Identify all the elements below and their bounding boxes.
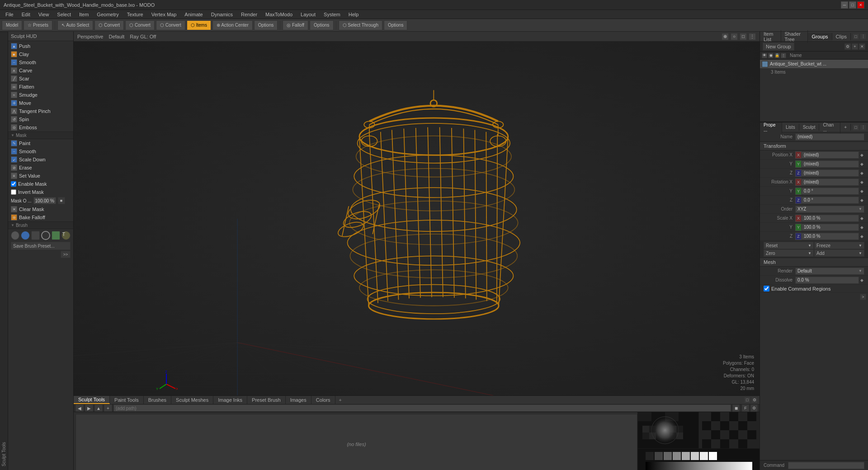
options-button-2[interactable]: Options (310, 20, 333, 30)
tool-smooth-2[interactable]: ~ Smooth (8, 147, 73, 155)
menu-animate[interactable]: Animate (181, 10, 206, 19)
menu-maxtomode[interactable]: MaxToModo (262, 10, 296, 19)
menu-layout[interactable]: Layout (297, 10, 319, 19)
list-tab-clips[interactable]: Clips (832, 33, 851, 40)
prop-anim-scale-x[interactable]: ◆ (859, 216, 864, 221)
options-button-3[interactable]: Options (384, 20, 407, 30)
path-scroll[interactable]: ◼ (732, 404, 740, 412)
bottom-filter-btn[interactable]: F (742, 404, 749, 412)
col-icon-more[interactable]: ⋮ (781, 53, 786, 58)
preview-cell-3[interactable] (638, 449, 760, 470)
convert-button-2[interactable]: ⬡ Convert (125, 20, 155, 30)
preview-cell-2[interactable] (699, 412, 760, 448)
tool-erase[interactable]: ⊘ Erase (8, 164, 73, 172)
viewport-perspective[interactable]: Perspective (77, 34, 103, 39)
model-button[interactable]: Model (2, 20, 22, 30)
tab-image-inks[interactable]: Image Inks (213, 396, 247, 404)
menu-item[interactable]: Item (75, 10, 92, 19)
prop-value-pos-z[interactable]: (mixed) (802, 169, 859, 177)
list-tab-groups[interactable]: Groups (808, 33, 832, 40)
tab-colors[interactable]: Colors (311, 396, 335, 404)
enable-command-regions-checkbox[interactable] (764, 286, 769, 291)
invert-mask-item[interactable]: Invert Mask (8, 188, 73, 196)
menu-system[interactable]: System (320, 10, 344, 19)
falloff-button[interactable]: ◎ Falloff (283, 20, 308, 30)
menu-edit[interactable]: Edit (18, 10, 34, 19)
brush-more-button[interactable]: >> (61, 251, 71, 258)
col-icon-eye[interactable]: 👁 (762, 53, 767, 58)
minimize-button[interactable]: ─ (841, 1, 848, 9)
group-toolbar-btn-3[interactable]: ✕ (859, 43, 865, 50)
tool-clear-mask[interactable]: ✕ Clear Mask (8, 205, 73, 213)
action-center-button[interactable]: ⊕ Action Center (212, 20, 253, 30)
save-brush-preset-button[interactable]: Save Brush Preset... (11, 242, 71, 250)
tool-flatten[interactable]: ═ Flatten (8, 83, 73, 91)
menu-render[interactable]: Render (237, 10, 261, 19)
zero-button[interactable]: Zero (764, 249, 814, 257)
tool-scar[interactable]: ╱ Scar (8, 75, 73, 83)
tool-carve[interactable]: ∧ Carve (8, 66, 73, 75)
tab-images[interactable]: Images (286, 396, 311, 404)
item-list-expand[interactable]: □ (853, 33, 859, 40)
col-icon-lock[interactable]: 🔒 (774, 53, 780, 58)
prop-select-render[interactable]: Default (795, 268, 864, 275)
new-group-button[interactable]: New Group (763, 42, 794, 51)
props-tab-lists[interactable]: Lists (782, 124, 799, 131)
group-toolbar-btn-2[interactable]: + (852, 43, 858, 50)
prop-anim-y[interactable]: ◆ (859, 162, 864, 166)
prop-anim-rot-x[interactable]: ◆ (859, 180, 864, 184)
enable-command-regions-row[interactable]: Enable Command Regions (760, 285, 868, 293)
freeze-button[interactable]: Freeze (814, 242, 864, 249)
prop-anim-scale-y[interactable]: ◆ (859, 225, 864, 230)
tool-set-value[interactable]: ≡ Set Value (8, 172, 73, 180)
tool-scale-down[interactable]: ↙ Scale Down (8, 155, 73, 164)
viewport[interactable]: X Y Z 3 Items Polygons: Face Channels: 0… (74, 42, 760, 395)
close-button[interactable]: ✕ (857, 1, 864, 9)
convert-button-3[interactable]: ⬡ Convert (156, 20, 185, 30)
tab-preset-brush[interactable]: Preset Brush (247, 396, 286, 404)
prop-value-scale-z[interactable]: 100.0 % (802, 233, 859, 240)
menu-vertexmap[interactable]: Vertex Map (148, 10, 180, 19)
side-tab-sculpt-tools[interactable]: Sculpt Tools (0, 32, 8, 470)
props-tab-properties[interactable]: Prope ... (760, 122, 782, 133)
brush-shape-custom[interactable] (52, 231, 60, 240)
prop-value-rot-y[interactable]: 0.0 ° (802, 188, 859, 195)
props-expand[interactable]: □ (853, 124, 859, 131)
col-icon-render[interactable]: ◉ (768, 53, 774, 58)
enable-mask-item[interactable]: Enable Mask (8, 180, 73, 188)
brush-shape-square[interactable] (31, 231, 40, 240)
viewport-maximize-button[interactable]: □ (740, 33, 747, 40)
viewport-raygl[interactable]: Ray GL: Off (130, 34, 156, 39)
brush-shape-soft[interactable] (21, 231, 29, 240)
prop-value-scale-x[interactable]: 100.0 % (802, 215, 859, 222)
group-toolbar-btn-1[interactable]: ⚙ (844, 43, 851, 50)
preview-cell-1[interactable] (638, 412, 698, 448)
options-button-1[interactable]: Options (254, 20, 278, 30)
tool-tangent-pinch[interactable]: ⋀ Tangent Pinch (8, 107, 73, 115)
props-tab-sculpt[interactable]: Sculpt (799, 124, 820, 131)
prop-anim-x[interactable]: ◆ (859, 153, 864, 157)
add-button[interactable]: Add (814, 249, 864, 257)
brush-shape-circle[interactable] (11, 231, 19, 240)
reset-button[interactable]: Reset (764, 242, 814, 249)
menu-help[interactable]: Help (345, 10, 363, 19)
prop-anim-z[interactable]: ◆ (859, 171, 864, 175)
props-more-button[interactable]: > (860, 294, 866, 300)
menu-file[interactable]: File (2, 10, 17, 19)
tab-paint-tools[interactable]: Paint Tools (110, 396, 144, 404)
bottom-forward-button[interactable]: ▶ (85, 404, 93, 412)
menu-dynamics[interactable]: Dynamics (208, 10, 236, 19)
bottom-panel-settings[interactable]: ⚙ (751, 397, 758, 403)
prop-anim-dissolve[interactable]: ◆ (859, 278, 864, 282)
tool-bake-falloff[interactable]: ⊛ Bake Falloff (8, 213, 73, 221)
tool-emboss[interactable]: ⊙ Emboss (8, 123, 73, 132)
tool-paint[interactable]: ✎ Paint (8, 139, 73, 147)
props-options[interactable]: ⋮ (860, 124, 866, 131)
prop-anim-rot-z[interactable]: ◆ (859, 198, 864, 202)
mask-opacity-input[interactable] (33, 197, 56, 204)
props-tab-add[interactable]: + (840, 124, 851, 131)
tool-smudge[interactable]: ≈ Smudge (8, 91, 73, 99)
bottom-options-btn[interactable]: ⚙ (750, 404, 758, 412)
tool-push[interactable]: ▲ Push (8, 42, 73, 50)
menu-texture[interactable]: Texture (123, 10, 147, 19)
